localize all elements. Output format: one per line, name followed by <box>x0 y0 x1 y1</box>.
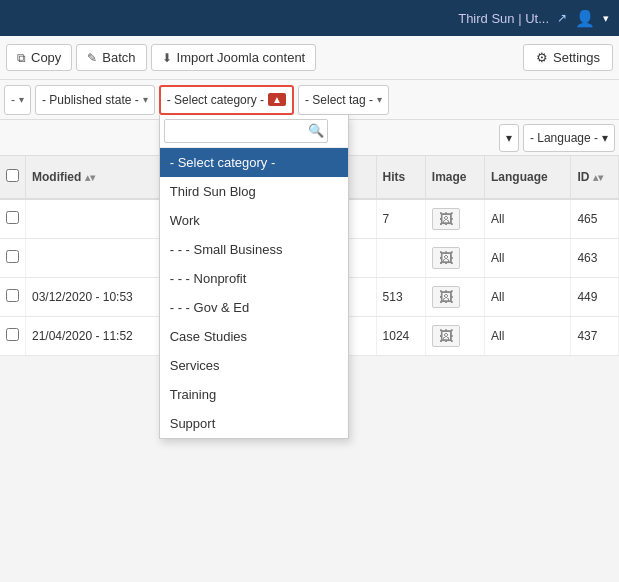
row-image: 🖼 <box>425 239 484 278</box>
dropdown-item-0[interactable]: - Select category - <box>160 148 348 177</box>
dropdown-item-4[interactable]: - - - Nonprofit <box>160 264 348 293</box>
category-filter-container: - Select category - ▲ 🔍 - Select categor… <box>159 85 294 115</box>
row-id: 449 <box>571 278 619 317</box>
row-hits: 7 <box>376 199 425 239</box>
copy-icon: ⧉ <box>17 51 26 65</box>
external-link-icon: ↗ <box>557 11 567 25</box>
status-arrow: ▾ <box>19 94 24 105</box>
app-container: Third Sun | Ut... ↗ 👤 ▾ ⧉ Copy ✎ Batch ⬇… <box>0 0 619 356</box>
tag-filter-label: - Select tag - <box>305 93 373 107</box>
row-image: 🖼 <box>425 317 484 356</box>
dropdown-item-5[interactable]: - - - Gov & Ed <box>160 293 348 322</box>
image-thumbnail: 🖼 <box>432 325 460 347</box>
row-check[interactable] <box>0 278 26 317</box>
settings-icon: ⚙ <box>536 50 548 65</box>
image-thumbnail: 🖼 <box>432 286 460 308</box>
language-filter-label: - Language - <box>530 131 598 145</box>
copy-label: Copy <box>31 50 61 65</box>
dropdown-item-8[interactable]: Training <box>160 380 348 409</box>
row-modified <box>26 239 167 278</box>
image-thumbnail: 🖼 <box>432 247 460 269</box>
import-button[interactable]: ⬇ Import Joomla content <box>151 44 317 71</box>
batch-button[interactable]: ✎ Batch <box>76 44 146 71</box>
dropdown-item-2[interactable]: Work <box>160 206 348 235</box>
dropdown-item-7[interactable]: Services <box>160 351 348 380</box>
row-language: All <box>484 278 570 317</box>
copy-button[interactable]: ⧉ Copy <box>6 44 72 71</box>
settings-label: Settings <box>553 50 600 65</box>
modified-sort-icon[interactable]: ▴▾ <box>85 172 95 183</box>
status-filter-label: - <box>11 93 15 107</box>
col-check <box>0 156 26 199</box>
col-modified: Modified ▴▾ <box>26 156 167 199</box>
dropdown-item-9[interactable]: Support <box>160 409 348 438</box>
row-image: 🖼 <box>425 199 484 239</box>
category-search-input[interactable] <box>164 119 328 143</box>
state-filter-label: - Published state - <box>42 93 139 107</box>
row-id: 463 <box>571 239 619 278</box>
category-search-container: 🔍 <box>160 115 348 148</box>
row-modified: 21/04/2020 - 11:52 <box>26 317 167 356</box>
category-dropdown: 🔍 - Select category - Third Sun Blog Wor… <box>159 115 349 439</box>
col-language: Language <box>484 156 570 199</box>
import-label: Import Joomla content <box>177 50 306 65</box>
row-id: 465 <box>571 199 619 239</box>
language-filter[interactable]: - Language - ▾ <box>523 124 615 152</box>
sort-order-filter[interactable]: ▾ <box>499 124 519 152</box>
row-checkbox[interactable] <box>6 289 19 302</box>
row-modified: 03/12/2020 - 10:53 <box>26 278 167 317</box>
col-image: Image <box>425 156 484 199</box>
toolbar: ⧉ Copy ✎ Batch ⬇ Import Joomla content ⚙… <box>0 36 619 80</box>
image-thumbnail: 🖼 <box>432 208 460 230</box>
id-sort-icon[interactable]: ▴▾ <box>593 172 603 183</box>
state-arrow: ▾ <box>143 94 148 105</box>
import-icon: ⬇ <box>162 51 172 65</box>
category-filter[interactable]: - Select category - ▲ <box>159 85 294 115</box>
select-all-checkbox[interactable] <box>6 169 19 182</box>
row-hits: 513 <box>376 278 425 317</box>
row-id: 437 <box>571 317 619 356</box>
dropdown-item-1[interactable]: Third Sun Blog <box>160 177 348 206</box>
col-id: ID ▴▾ <box>571 156 619 199</box>
user-dropdown-arrow[interactable]: ▾ <box>603 12 609 25</box>
state-filter[interactable]: - Published state - ▾ <box>35 85 155 115</box>
row-hits <box>376 239 425 278</box>
batch-label: Batch <box>102 50 135 65</box>
row-language: All <box>484 239 570 278</box>
search-icon: 🔍 <box>308 123 324 138</box>
tag-filter[interactable]: - Select tag - ▾ <box>298 85 389 115</box>
row-image: 🖼 <box>425 278 484 317</box>
tag-arrow: ▾ <box>377 94 382 105</box>
top-bar: Third Sun | Ut... ↗ 👤 ▾ <box>0 0 619 36</box>
row-language: All <box>484 199 570 239</box>
site-title: Third Sun | Ut... <box>458 11 549 26</box>
row-language: All <box>484 317 570 356</box>
dropdown-item-6[interactable]: Case Studies <box>160 322 348 351</box>
row-checkbox[interactable] <box>6 328 19 341</box>
user-icon[interactable]: 👤 <box>575 9 595 28</box>
row-checkbox[interactable] <box>6 211 19 224</box>
status-filter[interactable]: - ▾ <box>4 85 31 115</box>
row-check[interactable] <box>0 199 26 239</box>
row-check[interactable] <box>0 239 26 278</box>
row-check[interactable] <box>0 317 26 356</box>
language-arrow: ▾ <box>602 131 608 145</box>
category-arrow[interactable]: ▲ <box>268 93 286 106</box>
filter-bar-1: - ▾ - Published state - ▾ - Select categ… <box>0 80 619 120</box>
batch-icon: ✎ <box>87 51 97 65</box>
dropdown-item-3[interactable]: - - - Small Business <box>160 235 348 264</box>
col-hits: Hits <box>376 156 425 199</box>
row-checkbox[interactable] <box>6 250 19 263</box>
row-modified <box>26 199 167 239</box>
category-filter-label: - Select category - <box>167 93 264 107</box>
settings-button[interactable]: ⚙ Settings <box>523 44 613 71</box>
row-hits: 1024 <box>376 317 425 356</box>
sort-arrow-down: ▾ <box>506 131 512 145</box>
